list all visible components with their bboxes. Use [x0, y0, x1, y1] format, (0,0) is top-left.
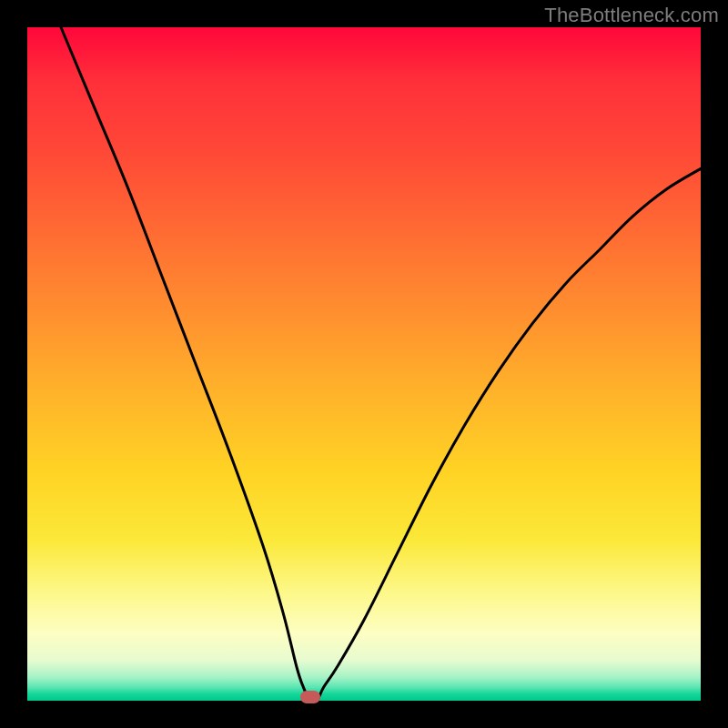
min-marker: [300, 691, 320, 703]
chart-frame: TheBottleneck.com: [0, 0, 728, 728]
watermark-label: TheBottleneck.com: [544, 4, 719, 27]
bottleneck-curve: [61, 27, 701, 701]
curve-svg: [27, 27, 701, 701]
plot-area: [27, 27, 701, 701]
